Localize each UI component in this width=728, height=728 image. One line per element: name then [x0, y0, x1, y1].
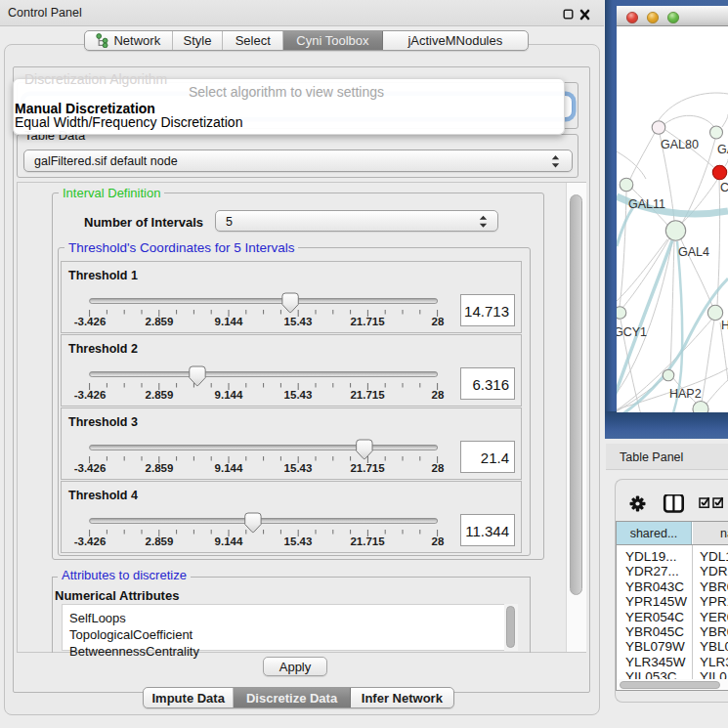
- svg-text:GCY1: GCY1: [617, 325, 647, 339]
- svg-text:GAL80: GAL80: [661, 138, 699, 151]
- svg-text:GA: GA: [717, 143, 728, 156]
- svg-text:C: C: [720, 181, 728, 194]
- svg-text:GAL11: GAL11: [628, 197, 665, 211]
- svg-text:GAL4: GAL4: [678, 245, 709, 259]
- svg-text:H: H: [721, 319, 728, 332]
- svg-text:HAP2: HAP2: [669, 387, 702, 401]
